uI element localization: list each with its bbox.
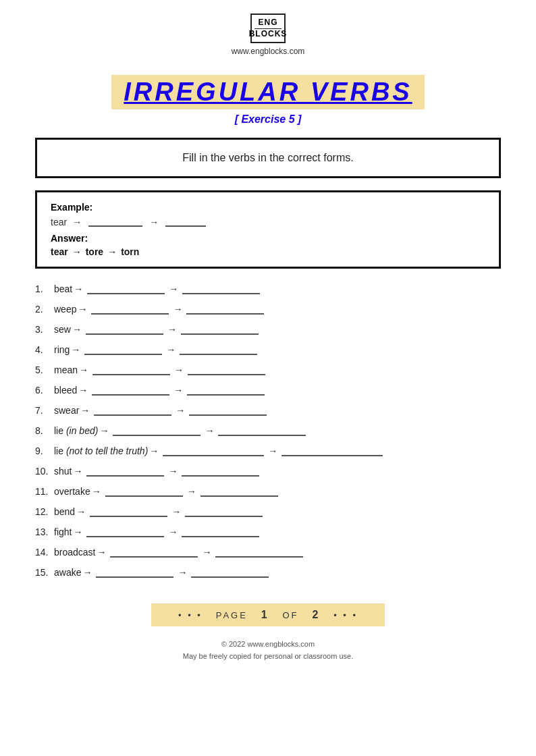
dots-right: • • • — [333, 610, 358, 620]
arrow-icon: → — [171, 506, 181, 517]
fill-blank-1[interactable] — [92, 385, 169, 396]
website-url: www.engblocks.com — [232, 47, 305, 56]
fill-blank-1[interactable] — [86, 324, 163, 335]
arrow-icon: → — [79, 364, 88, 375]
fill-blank-2[interactable] — [189, 405, 267, 416]
logo-blocks: BLOCKS — [249, 30, 288, 38]
fill-blank-2[interactable] — [282, 446, 383, 456]
page-number: 1 — [261, 609, 269, 620]
arrow-icon: → — [82, 567, 92, 578]
fill-blank-2[interactable] — [188, 364, 265, 375]
of-label: OF — [282, 610, 298, 620]
arrow-icon: → — [72, 324, 82, 335]
blank-2 — [165, 217, 206, 227]
fill-blank-1[interactable] — [86, 466, 164, 477]
fill-blank-1[interactable] — [163, 446, 264, 456]
arrow-icon: → — [166, 344, 176, 355]
item-verb: lie (not to tell the truth) — [54, 446, 148, 456]
item-verb: mean — [54, 364, 78, 375]
fill-blank-1[interactable] — [86, 526, 164, 537]
item-verb: bleed — [54, 385, 77, 396]
fill-blank-1[interactable] — [90, 506, 167, 517]
item-num: 10. — [35, 466, 54, 477]
fill-blank-1[interactable] — [96, 567, 173, 578]
fill-blank-1[interactable] — [94, 405, 171, 416]
exercise-item: 9. lie (not to tell the truth) → → — [35, 446, 501, 456]
fill-blank-1[interactable] — [113, 425, 200, 436]
arrow-icon: → — [78, 385, 88, 396]
arrow-icon: → — [173, 304, 182, 315]
item-num: 3. — [35, 324, 54, 335]
item-verb: weep — [54, 304, 76, 315]
item-num: 15. — [35, 567, 54, 578]
fill-blank-2[interactable] — [218, 425, 306, 436]
copyright: © 2022 www.engblocks.com — [183, 639, 354, 651]
item-num: 14. — [35, 547, 54, 558]
exercise-item: 2. weep → → — [35, 304, 501, 315]
arrow-icon: → — [92, 486, 101, 497]
fill-blank-1[interactable] — [110, 547, 198, 558]
fill-blank-1[interactable] — [84, 344, 162, 355]
fill-blank-2[interactable] — [182, 466, 259, 477]
item-num: 6. — [35, 385, 54, 396]
answer-arrow-2: → — [107, 246, 117, 257]
fill-blank-2[interactable] — [187, 385, 265, 396]
fill-blank-1[interactable] — [91, 304, 169, 315]
arrow-icon: → — [149, 446, 159, 456]
exercise-item: 11. overtake → → — [35, 486, 501, 497]
exercise-item: 1. beat → → — [35, 284, 501, 294]
item-verb: bend — [54, 506, 75, 517]
arrow-icon-2: → — [149, 217, 159, 227]
example-box: Example: tear → → Answer: tear → tore → … — [35, 190, 501, 269]
arrow-icon: → — [78, 304, 87, 315]
fill-blank-2[interactable] — [215, 547, 303, 558]
fill-blank-1[interactable] — [105, 486, 183, 497]
arrow-icon: → — [73, 466, 82, 477]
arrow-icon: → — [73, 526, 82, 537]
item-num: 9. — [35, 446, 54, 456]
fill-blank-2[interactable] — [191, 567, 269, 578]
fill-blank-2[interactable] — [182, 526, 259, 537]
fill-blank-2[interactable] — [186, 304, 264, 315]
answer-past: tore — [86, 246, 103, 257]
item-verb: ring — [54, 344, 70, 355]
item-num: 1. — [35, 284, 54, 294]
exercise-item: 5. mean → → — [35, 364, 501, 375]
exercise-item: 14. broadcast → → — [35, 547, 501, 558]
answer-row: tear → tore → torn — [51, 246, 485, 257]
item-verb: shut — [54, 466, 72, 477]
answer-arrow-1: → — [72, 246, 82, 257]
exercise-item: 4. ring → → — [35, 344, 501, 355]
item-verb: beat — [54, 284, 72, 294]
exercise-item: 13. fight → → — [35, 526, 501, 537]
header: ENG BLOCKS www.engblocks.com — [232, 14, 305, 56]
fill-blank-2[interactable] — [185, 506, 263, 517]
fill-blank-2[interactable] — [180, 344, 257, 355]
example-label: Example: — [51, 202, 485, 213]
arrow-icon: → — [169, 284, 178, 294]
arrow-icon: → — [187, 486, 196, 497]
fill-blank-2[interactable] — [181, 324, 259, 335]
item-verb: awake — [54, 567, 81, 578]
item-num: 13. — [35, 526, 54, 537]
arrow-icon: → — [74, 284, 83, 294]
arrow-icon: → — [176, 405, 185, 416]
item-verb: fight — [54, 526, 72, 537]
item-verb: overtake — [54, 486, 90, 497]
blank-1 — [88, 217, 142, 227]
page-indicator: • • • PAGE 1 OF 2 • • • — [151, 603, 385, 626]
exercise-item: 3. sew → → — [35, 324, 501, 335]
arrow-icon: → — [174, 364, 184, 375]
footer: © 2022 www.engblocks.com May be freely c… — [183, 639, 354, 662]
item-verb: broadcast — [54, 547, 95, 558]
fill-blank-2[interactable] — [182, 284, 260, 294]
arrow-icon: → — [99, 425, 109, 436]
fill-blank-1[interactable] — [92, 364, 170, 375]
logo-eng: ENG — [258, 18, 277, 27]
fill-blank-2[interactable] — [200, 486, 278, 497]
example-verb: tear — [51, 217, 67, 227]
fill-blank-1[interactable] — [87, 284, 165, 294]
arrow-icon: → — [167, 324, 177, 335]
logo: ENG BLOCKS — [250, 14, 286, 43]
exercise-item: 15. awake → → — [35, 567, 501, 578]
